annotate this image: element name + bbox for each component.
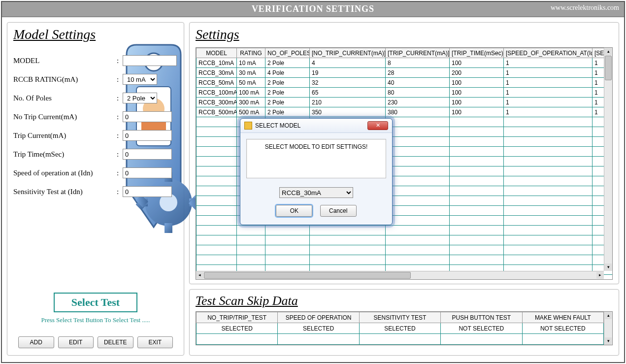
table-cell[interactable] [504, 206, 593, 216]
table-cell[interactable]: 40 [386, 78, 450, 88]
table-cell[interactable] [504, 235, 593, 245]
table-cell[interactable] [197, 137, 237, 147]
table-cell[interactable]: 4 [310, 58, 386, 68]
settings-column-header[interactable]: MODEL [197, 48, 237, 58]
table-row[interactable]: RCCB_500mA500 mA2 Pole35038010011 [197, 107, 613, 117]
table-cell[interactable] [265, 235, 310, 245]
table-cell[interactable] [504, 255, 593, 265]
table-cell[interactable]: RCCB_300mA [197, 98, 237, 107]
table-cell[interactable]: 2 Pole [265, 107, 310, 117]
table-cell[interactable]: 500 mA [237, 107, 265, 117]
table-cell[interactable] [310, 255, 386, 265]
table-cell[interactable]: 19 [310, 68, 386, 78]
table-cell[interactable]: 100 [450, 98, 504, 107]
skip-cell[interactable] [522, 334, 603, 345]
table-cell[interactable] [197, 216, 237, 226]
table-row[interactable]: RCCB_100mA100 mA2 Pole658010011 [197, 88, 613, 98]
scroll-down-arrow-icon[interactable]: ▾ [605, 264, 612, 271]
scroll-thumb[interactable] [605, 56, 612, 80]
skip-cell[interactable] [197, 334, 278, 345]
skip-cell[interactable]: SELECTED [197, 323, 278, 334]
settings-column-header[interactable]: [TRIP_TIME(mSec)] [450, 48, 504, 58]
table-cell[interactable] [450, 216, 504, 226]
settings-column-header[interactable]: NO_OF_POLES [265, 48, 310, 58]
skip-cell[interactable]: SELECTED [278, 323, 359, 334]
edit-button[interactable]: EDIT [58, 336, 94, 348]
sensitivity-input[interactable] [123, 186, 172, 197]
table-cell[interactable] [197, 235, 237, 245]
table-cell[interactable] [386, 245, 450, 255]
skip-column-header[interactable]: NO_TRIP/TRIP_TEST [197, 312, 278, 323]
table-cell[interactable]: 10 mA [237, 58, 265, 68]
table-cell[interactable] [237, 235, 265, 245]
table-cell[interactable]: 300 mA [237, 98, 265, 107]
table-cell[interactable] [504, 186, 593, 196]
table-row[interactable]: RCCB_50mA50 mA2 Pole324010011 [197, 78, 613, 88]
dialog-titlebar[interactable]: SELECT MODEL ✕ [240, 119, 392, 133]
table-cell[interactable] [450, 176, 504, 186]
table-cell[interactable]: 80 [386, 88, 450, 98]
table-cell[interactable] [504, 137, 593, 147]
table-cell[interactable]: 1 [504, 78, 593, 88]
table-cell[interactable] [386, 166, 450, 176]
dialog-close-button[interactable]: ✕ [367, 121, 388, 130]
table-cell[interactable] [504, 127, 593, 137]
dialog-cancel-button[interactable]: Cancel [320, 205, 357, 217]
settings-vertical-scrollbar[interactable]: ▴ ▾ [604, 48, 612, 271]
table-cell[interactable] [504, 117, 593, 127]
table-cell[interactable] [504, 157, 593, 166]
scroll-up-arrow-icon[interactable]: ▴ [605, 312, 612, 319]
add-button[interactable]: ADD [18, 336, 54, 348]
table-cell[interactable] [197, 166, 237, 176]
table-cell[interactable] [386, 226, 450, 235]
table-cell[interactable] [450, 127, 504, 137]
skip-cell[interactable] [359, 334, 440, 345]
table-cell[interactable] [450, 245, 504, 255]
table-cell[interactable] [197, 255, 237, 265]
dialog-ok-button[interactable]: OK [276, 205, 312, 217]
table-cell[interactable]: RCCB_100mA [197, 88, 237, 98]
skip-vertical-scrollbar[interactable]: ▴ ▾ [604, 312, 612, 345]
table-cell[interactable]: 65 [310, 88, 386, 98]
table-cell[interactable] [504, 216, 593, 226]
table-cell[interactable]: 1 [504, 107, 593, 117]
settings-column-header[interactable]: [SPEED_OF_OPERATION_AT(Idn)] [504, 48, 593, 58]
table-cell[interactable]: 380 [386, 107, 450, 117]
rating-select[interactable]: 10 mA [123, 74, 157, 85]
table-cell[interactable]: 100 mA [237, 88, 265, 98]
table-cell[interactable] [450, 196, 504, 206]
table-cell[interactable] [450, 157, 504, 166]
exit-button[interactable]: EXIT [137, 336, 173, 348]
table-cell[interactable] [450, 186, 504, 196]
table-cell[interactable]: RCCB_30mA [197, 68, 237, 78]
scroll-up-arrow-icon[interactable]: ▴ [605, 48, 612, 55]
table-cell[interactable] [265, 245, 310, 255]
table-cell[interactable]: RCCB_500mA [197, 107, 237, 117]
scroll-down-arrow-icon[interactable]: ▾ [605, 337, 612, 345]
table-cell[interactable]: 2 Pole [265, 58, 310, 68]
table-cell[interactable]: 100 [450, 88, 504, 98]
table-cell[interactable] [386, 157, 450, 166]
table-cell[interactable]: 1 [504, 88, 593, 98]
skip-cell[interactable] [278, 334, 359, 345]
table-row[interactable]: RCCB_30mA30 mA4 Pole192820011 [197, 68, 613, 78]
table-cell[interactable] [265, 226, 310, 235]
table-cell[interactable] [197, 186, 237, 196]
speed-input[interactable] [123, 167, 172, 178]
table-cell[interactable]: 200 [450, 68, 504, 78]
table-cell[interactable] [504, 147, 593, 157]
table-cell[interactable] [386, 176, 450, 186]
settings-column-header[interactable]: [NO_TRIP_CURRENT(mA)] [310, 48, 386, 58]
table-cell[interactable] [197, 206, 237, 216]
table-cell[interactable] [450, 206, 504, 216]
table-cell[interactable]: 8 [386, 58, 450, 68]
skip-column-header[interactable]: PUSH BUTTON TEST [441, 312, 522, 323]
table-row[interactable]: RCCB_10mA10 mA2 Pole4810011 [197, 58, 613, 68]
table-cell[interactable]: 50 mA [237, 78, 265, 88]
table-cell[interactable] [386, 206, 450, 216]
table-cell[interactable] [450, 137, 504, 147]
table-cell[interactable]: 2 Pole [265, 88, 310, 98]
skip-column-header[interactable]: SPEED OF OPERATION [278, 312, 359, 323]
table-cell[interactable] [386, 235, 450, 245]
table-cell[interactable] [450, 117, 504, 127]
